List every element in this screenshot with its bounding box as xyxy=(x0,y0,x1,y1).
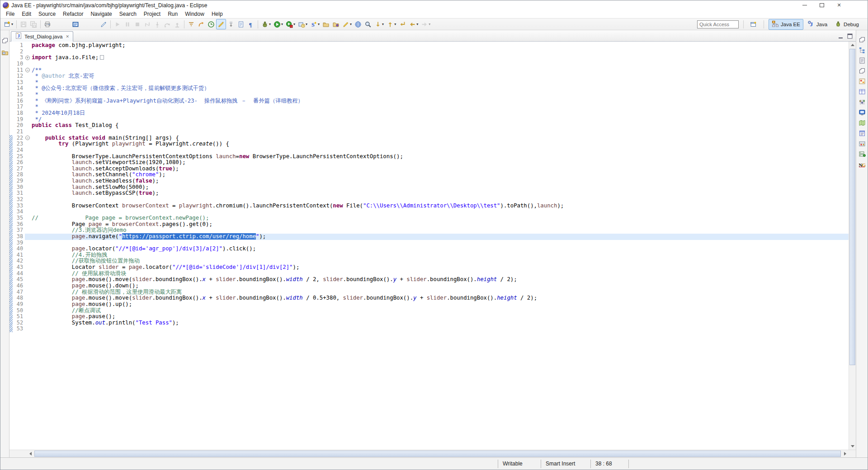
editor-tab[interactable]: J Test_Dialog.java ✕ xyxy=(11,31,73,42)
minimize-button[interactable] xyxy=(796,1,813,9)
open-console-button[interactable] xyxy=(71,19,80,29)
new-servlet-button[interactable]: S▾ xyxy=(309,19,321,29)
show-source-button[interactable] xyxy=(236,19,246,29)
palette-button[interactable] xyxy=(858,99,866,107)
vertical-scroll-thumb[interactable] xyxy=(849,49,855,365)
back-button[interactable]: ▾ xyxy=(407,19,420,29)
restore-view-2-button[interactable] xyxy=(858,68,866,76)
scroll-right-arrow[interactable] xyxy=(841,450,849,457)
terminate-button[interactable] xyxy=(132,19,142,29)
console-button[interactable] xyxy=(858,109,866,118)
fold-collapse-icon[interactable]: − xyxy=(25,68,30,72)
dropdown-arrow-icon[interactable]: ▾ xyxy=(350,22,352,26)
window-title: Java EE - playwright/src/main/java/com/b… xyxy=(11,2,208,9)
open-console-icon xyxy=(72,21,79,28)
menu-file[interactable]: File xyxy=(2,10,18,18)
servers-button[interactable] xyxy=(858,151,866,159)
quick-access-input[interactable] xyxy=(697,20,739,28)
collapsed-region-box[interactable] xyxy=(100,55,104,60)
next-annotation-button[interactable] xyxy=(226,19,236,29)
last-edit-location-button[interactable] xyxy=(397,19,407,29)
print-button[interactable] xyxy=(42,19,52,29)
scroll-left-arrow[interactable] xyxy=(27,450,34,457)
horizontal-scroll-thumb[interactable] xyxy=(34,451,841,457)
menu-project[interactable]: Project xyxy=(140,10,164,18)
show-whitespace-button[interactable]: ¶ xyxy=(246,19,256,29)
bookmarks-button[interactable] xyxy=(858,130,866,138)
dropdown-arrow-icon[interactable]: ▾ xyxy=(382,22,384,26)
task-list-button[interactable] xyxy=(858,57,866,66)
dropdown-arrow-icon[interactable]: ▾ xyxy=(281,22,283,26)
perspective-java-button[interactable]: JJava xyxy=(804,19,830,30)
restore-view-button[interactable] xyxy=(1,38,9,46)
coverage-button[interactable]: ▾ xyxy=(284,19,297,29)
snippets-button[interactable] xyxy=(858,78,866,86)
search-button[interactable] xyxy=(363,19,373,29)
maximize-editor-button[interactable] xyxy=(846,33,854,40)
scroll-up-arrow[interactable] xyxy=(849,42,856,48)
open-perspective-button[interactable] xyxy=(748,19,759,29)
restore-view-button[interactable] xyxy=(858,37,866,45)
open-type-button[interactable] xyxy=(321,19,331,29)
properties-button[interactable] xyxy=(858,89,866,97)
next-edit-button[interactable]: ▾ xyxy=(373,19,385,29)
new-wizard-button[interactable]: ▾ xyxy=(2,19,14,29)
perspective-debug-button[interactable]: Debug xyxy=(831,19,862,30)
dropdown-arrow-icon[interactable]: ▾ xyxy=(293,22,295,26)
step-into-button[interactable] xyxy=(152,19,162,29)
use-step-filters-button[interactable] xyxy=(186,19,196,29)
disconnect-button[interactable] xyxy=(142,19,152,29)
menu-navigate[interactable]: Navigate xyxy=(87,10,115,18)
dropdown-arrow-icon[interactable]: ▾ xyxy=(306,22,307,26)
step-return-button[interactable] xyxy=(172,19,182,29)
outline-button[interactable] xyxy=(858,47,866,55)
menu-source[interactable]: Source xyxy=(35,10,59,18)
tab-close-icon[interactable]: ✕ xyxy=(66,34,69,39)
annotate-button[interactable]: ▾ xyxy=(341,19,353,29)
problems-button[interactable] xyxy=(858,141,866,149)
close-button[interactable]: ✕ xyxy=(830,1,848,9)
code-text: launch.setHeadless(false); xyxy=(31,178,849,184)
forward-button[interactable]: ▾ xyxy=(420,19,432,29)
code-editor[interactable]: 1package com.bjhg.playwright;23+import j… xyxy=(9,42,856,450)
dropdown-arrow-icon[interactable]: ▾ xyxy=(318,22,320,26)
run-button[interactable]: ▾ xyxy=(272,19,284,29)
save-button[interactable] xyxy=(19,19,28,29)
resume-button[interactable] xyxy=(113,19,123,29)
run-history-button[interactable]: ▾ xyxy=(297,19,309,29)
suspend-button[interactable] xyxy=(123,19,132,29)
coverage-last-button[interactable] xyxy=(206,19,216,29)
open-web-browser-button[interactable] xyxy=(353,19,363,29)
fold-expand-icon[interactable]: + xyxy=(25,56,30,60)
save-all-button[interactable] xyxy=(28,19,38,29)
dropdown-arrow-icon[interactable]: ▾ xyxy=(416,22,418,26)
dropdown-arrow-icon[interactable]: ▾ xyxy=(429,22,430,26)
package-explorer-button[interactable] xyxy=(1,49,9,57)
run-last-launched-button[interactable] xyxy=(196,19,206,29)
perspective-java-ee-button[interactable]: Java EE xyxy=(769,19,803,30)
clear-markers-button[interactable] xyxy=(99,19,108,29)
horizontal-scrollbar[interactable] xyxy=(9,450,856,457)
open-resource-button[interactable] xyxy=(331,19,341,29)
maximize-button[interactable] xyxy=(813,1,830,9)
debug-button[interactable]: ▾ xyxy=(260,19,272,29)
mark-occurrences-button[interactable] xyxy=(216,19,226,29)
dropdown-arrow-icon[interactable]: ▾ xyxy=(394,22,396,26)
dropdown-arrow-icon[interactable]: ▾ xyxy=(269,22,271,26)
menu-refactor[interactable]: Refactor xyxy=(59,10,87,18)
previous-edit-button[interactable]: ▾ xyxy=(385,19,397,29)
step-over-button[interactable] xyxy=(162,19,172,29)
vertical-scrollbar[interactable] xyxy=(849,42,856,450)
menu-help[interactable]: Help xyxy=(208,10,226,18)
menu-run[interactable]: Run xyxy=(164,10,181,18)
menu-edit[interactable]: Edit xyxy=(18,10,35,18)
navigator-button[interactable] xyxy=(858,120,866,128)
scroll-down-arrow[interactable] xyxy=(849,443,856,450)
menu-window[interactable]: Window xyxy=(181,10,208,18)
minimize-editor-button[interactable] xyxy=(837,33,844,40)
testng-button[interactable]: NG xyxy=(858,161,866,169)
step-into-icon xyxy=(154,21,161,28)
dropdown-arrow-icon[interactable]: ▾ xyxy=(11,22,13,26)
menu-search[interactable]: Search xyxy=(116,10,140,18)
fold-collapse-icon[interactable]: − xyxy=(25,136,30,140)
